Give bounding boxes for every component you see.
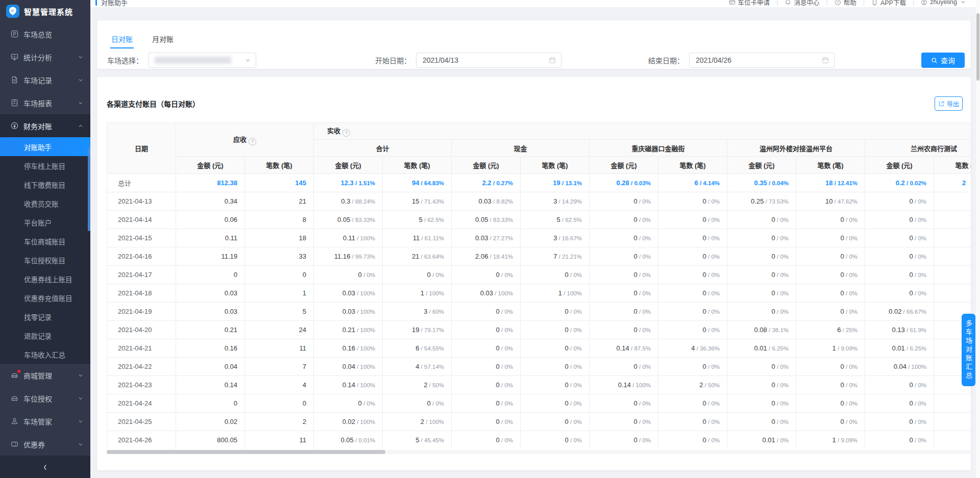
cell-value: 800.05 (176, 431, 245, 449)
cell-value: 0.03 / 100% (314, 284, 383, 303)
chevron-up-icon (78, 123, 83, 129)
start-date-value: 2021/04/13 (423, 56, 458, 64)
end-date-input[interactable]: 2021/04/26 (689, 53, 835, 68)
sidebar-item-parking-records[interactable]: 车场记录 (0, 68, 90, 91)
export-button[interactable]: 导出 (935, 96, 963, 111)
vertical-scrollbar-thumb[interactable] (976, 13, 979, 81)
cell-value: 0 / 0% (383, 394, 452, 413)
cell-value: 1 / 100% (521, 284, 590, 303)
help-icon[interactable]: ? (342, 129, 350, 137)
chevron-down-icon (78, 396, 83, 401)
topbar-link-help[interactable]: ?帮助 (835, 0, 856, 7)
cell-value: 0.04 (176, 358, 245, 376)
search-button[interactable]: 查询 (921, 53, 965, 68)
sidebar-item-stats-analysis[interactable]: 统计分析 (0, 45, 90, 68)
separator: | (826, 0, 827, 6)
cell-date: 2021-04-21 (107, 339, 176, 358)
sidebar-item-parking-overview[interactable]: 车场总览 (0, 22, 90, 45)
col-header-date: 日期 (107, 123, 176, 174)
topbar-link-label: 车位卡申请 (738, 0, 770, 7)
sidebar-item-label: 车场总览 (23, 29, 52, 39)
table-row: 2021-04-190.0350.03 / 100%3 / 60%0 / 0%0… (107, 303, 971, 321)
cell-value: 0 / 0% (796, 247, 865, 266)
sidebar-item-toll-collector-handover[interactable]: 收费员交账 (0, 194, 90, 213)
sidebar-item-label: 停车线上账目 (24, 161, 65, 171)
cell-date: 2021-04-20 (107, 321, 176, 339)
cell-value: 1 / 100% (383, 284, 452, 303)
cell-value: 0 / 0% (658, 394, 727, 413)
sidebar-item-refund-records[interactable]: 退款记录 (0, 326, 90, 345)
sidebar-item-parking-online-accounts[interactable]: 停车线上账目 (0, 156, 90, 175)
topbar-link-message-center[interactable]: 消息中心 (785, 0, 819, 7)
app-logo-icon: P (6, 5, 19, 18)
start-date-input[interactable]: 2021/04/13 (416, 53, 561, 68)
sidebar-item-label: 车场管家 (23, 416, 52, 426)
parking-lot-label: 车场选择： (107, 55, 143, 65)
chevron-down-icon (961, 0, 966, 5)
cell-value: 6 / 25% (796, 321, 865, 339)
cell-value: 0.14 / 87.5% (590, 339, 658, 358)
cell-value: 0 / 0% (865, 431, 934, 449)
col-header-count: 笔数 (笔) (383, 157, 452, 174)
sidebar-item-label: 平台账户 (24, 217, 52, 228)
cell-value: 19 / 13.1% (521, 174, 590, 192)
sidebar-item-reconciliation-assistant[interactable]: 对账助手 (0, 137, 90, 156)
horizontal-scrollbar-thumb[interactable] (107, 450, 385, 454)
reports-icon (10, 99, 18, 107)
cell-value: 18 (245, 229, 314, 247)
sidebar-scrollbar-thumb[interactable] (88, 147, 90, 231)
cell-value: 0 / 0% (314, 266, 383, 284)
sidebar-item-offline-payment-accounts[interactable]: 线下缴费账目 (0, 175, 90, 194)
start-date-label: 开始日期： (375, 55, 411, 65)
topbar-links: 车位卡申请|消息中心|?帮助|APP下载|zhuyeling (729, 0, 966, 7)
cell-value: 0 / 0% (865, 247, 934, 266)
topbar-link-space-card-apply[interactable]: 车位卡申请 (729, 0, 770, 7)
sidebar-item-parking-butler[interactable]: 车场管家 (0, 410, 90, 433)
sidebar-item-parking-income-summary[interactable]: 车场收入汇总 (0, 345, 90, 364)
cell-value: 0 / 0% (452, 394, 521, 413)
cell-value: 0 / 0% (590, 211, 658, 229)
tab-monthly-reconciliation[interactable]: 月对账 (151, 34, 175, 48)
cell-value: 0 / 0% (521, 303, 590, 321)
multi-parking-summary-button[interactable]: 多车场对账汇总 (962, 314, 975, 386)
tab-daily-reconciliation[interactable]: 日对账 (110, 34, 134, 48)
sidebar-item-space-mall-accounts[interactable]: 车位商城账目 (0, 232, 90, 250)
cell-value: 145 (245, 174, 314, 192)
cell-value: 0 / 0% (796, 376, 865, 394)
sidebar-item-label: 线下缴费账目 (24, 180, 65, 190)
parking-lot-select-value-redacted (155, 57, 231, 64)
sidebar-item-parking-reports[interactable]: 车场报表 (0, 91, 90, 114)
cell-value: 0 / 0% (452, 339, 521, 358)
sidebar-item-coupon-online-accounts[interactable]: 优惠券线上账目 (0, 269, 90, 288)
vertical-scrollbar[interactable] (976, 0, 980, 478)
cell-value: 0 / 0% (452, 376, 521, 394)
cell-value: 0.16 (176, 339, 245, 358)
cell-value: 0.03 / 100% (314, 303, 383, 321)
sidebar-item-space-auth-accounts[interactable]: 车位授权账目 (0, 250, 90, 269)
cell-value: 2 (934, 174, 971, 192)
sidebar-item-mall-management[interactable]: 商城管理 (0, 364, 90, 387)
cell-value: 5 / 62.5% (383, 211, 452, 229)
help-icon[interactable]: ? (249, 138, 256, 145)
cell-value: 0.02 / 66.67% (865, 303, 934, 321)
sidebar-item-space-authorization[interactable]: 车位授权 (0, 387, 90, 410)
parking-lot-select[interactable] (148, 53, 256, 68)
col-header-amount: 金额 (元) (590, 157, 658, 174)
sidebar-collapse-button[interactable]: ‹ (0, 456, 90, 478)
cell-value: 19 / 79.17% (383, 321, 452, 339)
cell-value: 0 / 0% (658, 431, 727, 449)
topbar-link-app-download[interactable]: APP下载 (871, 0, 906, 7)
horizontal-scrollbar[interactable] (107, 450, 971, 454)
sidebar-item-coupons[interactable]: 优惠券 (0, 433, 90, 456)
cell-value (934, 431, 971, 449)
breadcrumb-label: 对账助手 (101, 0, 128, 7)
cell-value: 15 / 71.43% (383, 192, 452, 211)
sidebar-item-change-records[interactable]: 找零记录 (0, 307, 90, 326)
calendar-icon (549, 57, 556, 64)
sidebar-item-coupon-recharge-accounts[interactable]: 优惠券充值账目 (0, 288, 90, 307)
cell-value: 0 / 0% (727, 284, 796, 303)
topbar-link-user-menu[interactable]: zhuyeling (921, 0, 966, 6)
cell-value: 0.34 (176, 192, 245, 211)
sidebar-item-finance-reconciliation[interactable]: 财务对账 (0, 114, 90, 137)
sidebar-item-platform-account[interactable]: 平台账户 (0, 213, 90, 232)
